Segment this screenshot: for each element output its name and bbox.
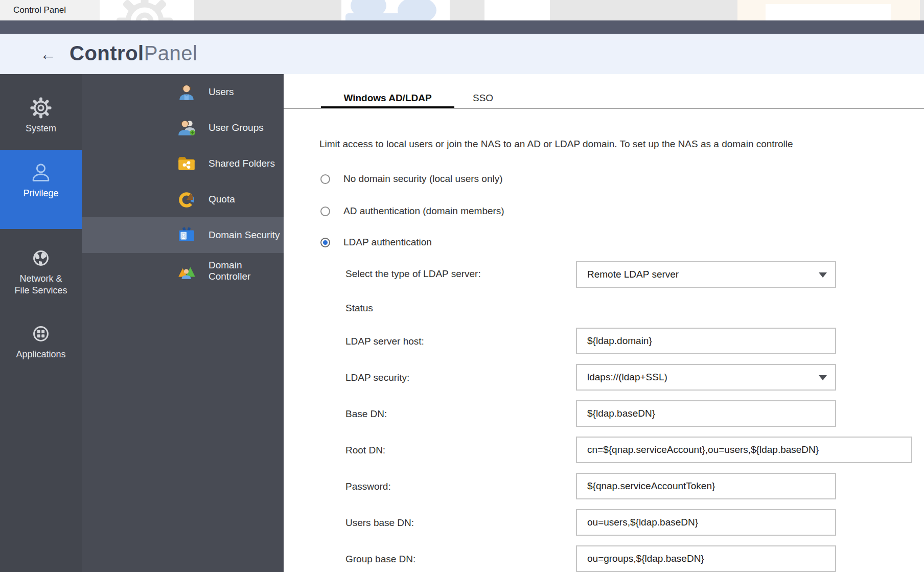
field-label-ldap-server-host: LDAP server host:	[345, 336, 424, 347]
users-base-dn-input[interactable]	[587, 510, 835, 535]
field-label-users-base-dn: Users base DN:	[345, 517, 414, 529]
user-icon	[177, 82, 196, 102]
page-title-light: Panel	[144, 42, 198, 64]
root-dn-input[interactable]	[587, 438, 911, 462]
taskbar-tab-control-panel[interactable]: Control Panel	[0, 0, 112, 20]
taskbar-thumbnail-gear[interactable]	[100, 0, 194, 20]
ldap-security-select[interactable]: ldaps://(ldap+SSL)	[576, 364, 836, 391]
domain-security-badge-icon	[177, 225, 196, 245]
nav-item-label: Domain Security	[209, 230, 280, 241]
nav-item-label: Shared Folders	[209, 158, 275, 169]
field-label-base-dn: Base DN:	[345, 408, 387, 420]
nav-item-label: User Groups	[209, 122, 264, 133]
chevron-down-icon	[819, 375, 827, 380]
rail-item-network-file-services[interactable]: Network & File Services	[0, 235, 82, 311]
chevron-down-icon	[819, 272, 827, 278]
field-label-group-base-dn: Group base DN:	[345, 554, 415, 565]
radio-ldap-authentication[interactable]: LDAP authentication	[320, 237, 432, 248]
tab-label: Windows AD/LDAP	[343, 93, 431, 103]
radio-circle-icon	[320, 238, 330, 247]
nav-item-quota[interactable]: Quota	[82, 181, 284, 217]
nav-item-users[interactable]: Users	[82, 74, 284, 110]
window-title-bar	[0, 20, 924, 34]
taskbar-thumbnail-folder[interactable]	[737, 0, 920, 20]
radio-label: LDAP authentication	[343, 237, 432, 248]
radio-no-domain-security[interactable]: No domain security (local users only)	[320, 173, 503, 185]
ldap-server-host-input[interactable]	[587, 329, 835, 353]
person-icon	[29, 161, 53, 185]
field-label-password: Password:	[345, 481, 391, 492]
tab-windows-ad-ldap[interactable]: Windows AD/LDAP	[321, 93, 454, 104]
nav-item-label: Domain Controller	[209, 260, 284, 282]
field-label-ldap-security: LDAP security:	[345, 372, 409, 383]
left-rail: System Privilege Network & File Services	[0, 74, 82, 572]
thumbnail-shape	[345, 13, 407, 20]
nav-item-user-groups[interactable]: User Groups	[82, 110, 284, 146]
field-label-root-dn: Root DN:	[345, 445, 385, 456]
shared-folder-icon	[177, 154, 196, 173]
radio-circle-icon	[320, 207, 330, 216]
rail-item-label: Network &	[0, 273, 82, 285]
ldap-server-type-select[interactable]: Remote LDAP server	[576, 261, 836, 288]
root-dn-field-box	[576, 437, 912, 463]
tab-label: SSO	[473, 93, 493, 103]
password-input[interactable]	[587, 474, 835, 498]
ldap-server-host-field-box	[576, 328, 836, 354]
back-button[interactable]: ←	[37, 43, 59, 65]
base-dn-field-box	[576, 400, 836, 427]
rail-item-label: System	[0, 123, 82, 134]
app-header: ← ControlPanel	[0, 34, 924, 74]
quota-pie-icon	[177, 190, 196, 209]
rail-item-system[interactable]: System	[0, 86, 82, 150]
taskbar-thumbnail-document[interactable]	[484, 0, 550, 20]
password-field-box	[576, 473, 836, 499]
rail-item-label: File Services	[0, 285, 82, 296]
tab-sso[interactable]: SSO	[473, 93, 493, 104]
field-label-status: Status	[345, 303, 373, 314]
domain-controller-icon	[177, 261, 196, 281]
screen: Control Panel	[0, 0, 924, 572]
taskbar-thumbnail-window[interactable]	[341, 0, 450, 20]
field-label-ldap-server-type: Select the type of LDAP server:	[345, 268, 481, 280]
domain-security-content: Windows AD/LDAP SSO Limit access to loca…	[284, 74, 924, 572]
ldap-server-type-value: Remote LDAP server	[587, 269, 679, 280]
users-base-dn-field-box	[576, 509, 836, 536]
taskbar: Control Panel	[0, 0, 924, 20]
rail-item-label: Applications	[0, 349, 82, 360]
rail-item-label: Privilege	[0, 188, 82, 199]
back-arrow-icon: ←	[40, 45, 56, 64]
tabs-divider	[284, 108, 924, 109]
nav-item-label: Users	[209, 86, 234, 98]
ldap-security-value: ldaps://(ldap+SSL)	[587, 372, 667, 383]
gear-icon	[29, 96, 53, 120]
radio-ad-authentication[interactable]: AD authentication (domain members)	[320, 205, 504, 217]
page-title: ControlPanel	[70, 42, 198, 65]
nav-item-shared-folders[interactable]: Shared Folders	[82, 146, 284, 181]
group-base-dn-field-box	[576, 545, 836, 572]
radio-circle-icon	[320, 174, 330, 184]
page-title-bold: Control	[70, 42, 144, 64]
domain-security-description: Limit access to local users or join the …	[319, 139, 924, 150]
nav-item-domain-security[interactable]: Domain Security	[82, 217, 284, 253]
apps-grid-icon	[29, 322, 53, 346]
base-dn-input[interactable]	[587, 401, 835, 426]
thumbnail-shape	[766, 4, 891, 20]
globe-icon	[29, 246, 53, 270]
ghost-gear-icon	[114, 0, 175, 20]
nav-item-label: Quota	[209, 194, 235, 205]
taskbar-tab-label: Control Panel	[13, 5, 66, 15]
privilege-nav-panel: Users User Groups	[82, 74, 284, 572]
group-base-dn-input[interactable]	[587, 546, 835, 571]
rail-item-privilege[interactable]: Privilege	[0, 150, 82, 229]
nav-item-domain-controller[interactable]: Domain Controller	[82, 253, 284, 289]
radio-label: AD authentication (domain members)	[343, 205, 504, 217]
user-groups-icon	[177, 118, 196, 138]
radio-label: No domain security (local users only)	[343, 173, 503, 185]
rail-item-applications[interactable]: Applications	[0, 311, 82, 375]
